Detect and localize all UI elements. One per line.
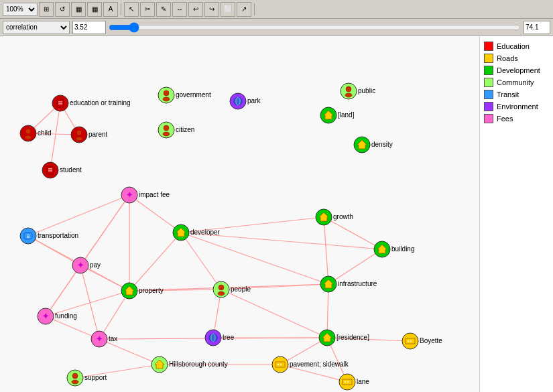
edge-developer-people — [181, 233, 221, 289]
node-infrastructure[interactable]: infrastructure — [320, 276, 377, 292]
node-funding[interactable]: ✦funding — [38, 308, 77, 324]
edge-impact_fee-developer — [129, 195, 181, 233]
node-pavement[interactable]: pavement; sidewalk — [272, 356, 349, 373]
legend-color-fees — [484, 114, 493, 123]
node-label-impact_fee: impact fee — [139, 191, 170, 198]
legend-color-roads — [484, 54, 493, 63]
svg-point-71 — [72, 373, 78, 379]
node-label-support: support — [84, 374, 107, 381]
node-park[interactable]: park — [230, 93, 261, 109]
legend-color-community — [484, 78, 493, 87]
node-residence[interactable]: [residence] — [319, 330, 369, 346]
node-student[interactable]: student — [42, 162, 82, 178]
node-label-government: government — [176, 91, 211, 99]
svg-point-72 — [72, 380, 78, 384]
node-label-pavement: pavement; sidewalk — [290, 361, 349, 368]
network-svg: education or trainingchildparentstudentg… — [0, 36, 479, 392]
node-label-child: child — [38, 129, 52, 137]
node-label-residence: [residence] — [336, 334, 369, 341]
node-label-hillsborough: Hillsborough county — [169, 361, 228, 368]
node-property[interactable]: property — [121, 283, 164, 299]
legend-label: Roads — [497, 54, 518, 62]
node-label-tax: tax — [109, 335, 117, 342]
legend-item-roads: Roads — [484, 54, 549, 63]
node-label-lane: lane — [357, 378, 369, 385]
node-transportation[interactable]: Btransportation — [20, 228, 78, 244]
svg-text:✦: ✦ — [77, 261, 84, 270]
legend-item-community: Community — [484, 78, 549, 87]
svg-point-9 — [76, 137, 82, 141]
metric-select[interactable]: correlationfrequencyweight — [3, 21, 70, 34]
edge-tax-funding — [46, 316, 99, 339]
node-people[interactable]: people — [213, 281, 251, 298]
node-impact_fee[interactable]: ✦impact fee — [121, 187, 170, 203]
svg-point-15 — [164, 90, 169, 96]
legend-label: Transit — [497, 90, 519, 99]
toolbar-btn-export[interactable]: ↗ — [237, 2, 251, 17]
node-education[interactable]: education or training — [52, 95, 131, 111]
right-value-input[interactable] — [524, 21, 550, 34]
controls-bar: correlationfrequencyweight — [0, 19, 553, 36]
edge-people-residence — [221, 289, 327, 338]
svg-text:✦: ✦ — [96, 334, 103, 344]
svg-point-55 — [209, 334, 217, 342]
node-public[interactable]: public — [341, 83, 375, 99]
node-government[interactable]: government — [158, 87, 211, 103]
node-building[interactable]: building — [374, 241, 414, 257]
toolbar-btn-cut[interactable]: ✂ — [140, 2, 155, 17]
node-density[interactable]: density — [354, 137, 393, 153]
toolbar-btn-link[interactable]: ↔ — [172, 2, 187, 17]
toolbar-btn-grid3[interactable]: ▦ — [87, 2, 102, 17]
node-label-people: people — [231, 285, 251, 293]
node-label-parent: parent — [88, 131, 108, 138]
node-parent[interactable]: parent — [71, 127, 108, 143]
node-label-building: building — [391, 245, 414, 253]
node-land[interactable]: [land] — [320, 107, 355, 123]
toolbar-btn-pen[interactable]: ✎ — [156, 2, 171, 17]
toolbar-btn-redo[interactable]: ↪ — [204, 2, 219, 17]
toolbar-btn-label[interactable]: A — [103, 2, 118, 17]
toolbar-btn-grid2[interactable]: ▦ — [71, 2, 86, 17]
edge-growth-building — [324, 217, 382, 249]
node-lane[interactable]: lane — [339, 374, 369, 390]
node-child[interactable]: child — [20, 125, 52, 141]
node-label-citizen: citizen — [176, 126, 194, 133]
node-label-transportation: transportation — [38, 232, 78, 239]
edge-property-tax — [99, 291, 129, 339]
toolbar: 100%75%50%150% ⊞ ↺ ▦ ▦ A ↖ ✂ ✎ ↔ ↩ ↪ ⬜ ↗ — [0, 0, 553, 19]
node-hillsborough[interactable]: Hillsborough county — [151, 356, 228, 373]
legend-item-development: Development — [484, 66, 549, 75]
node-pay[interactable]: ✦pay — [72, 257, 101, 273]
toolbar-btn-refresh[interactable]: ↺ — [55, 2, 70, 17]
legend-label: Development — [497, 66, 540, 74]
legend-label: Education — [497, 42, 530, 50]
svg-text:✦: ✦ — [126, 190, 133, 200]
node-label-developer: developer — [190, 228, 221, 236]
toolbar-btn-box[interactable]: ⬜ — [221, 2, 235, 17]
legend-color-transit — [484, 90, 493, 99]
edge-tax-hillsborough — [99, 339, 160, 365]
node-citizen[interactable]: citizen — [158, 122, 194, 138]
node-tax[interactable]: ✦tax — [91, 331, 117, 347]
node-label-land: [land] — [338, 111, 355, 119]
edge-developer-property — [129, 233, 181, 291]
svg-point-25 — [345, 93, 352, 97]
toolbar-btn-undo[interactable]: ↩ — [188, 2, 203, 17]
node-label-funding: funding — [55, 312, 77, 320]
node-support[interactable]: support — [67, 370, 107, 386]
svg-text:B: B — [27, 234, 30, 239]
legend-panel: EducationRoadsDevelopmentCommunityTransi… — [479, 36, 553, 392]
node-tree[interactable]: tree — [205, 330, 235, 346]
legend-item-fees: Fees — [484, 114, 549, 123]
zoom-select[interactable]: 100%75%50%150% — [3, 3, 38, 16]
toolbar-btn-select[interactable]: ↖ — [124, 2, 139, 17]
network-canvas[interactable]: education or trainingchildparentstudentg… — [0, 36, 479, 392]
left-value-input[interactable] — [72, 21, 106, 34]
threshold-slider[interactable] — [109, 22, 521, 33]
node-label-growth: growth — [333, 213, 353, 220]
node-boyette[interactable]: Boyette — [402, 333, 442, 349]
svg-text:✦: ✦ — [42, 312, 49, 321]
legend-item-transit: Transit — [484, 90, 549, 99]
node-label-education: education or training — [70, 99, 131, 107]
toolbar-btn-grid1[interactable]: ⊞ — [39, 2, 54, 17]
